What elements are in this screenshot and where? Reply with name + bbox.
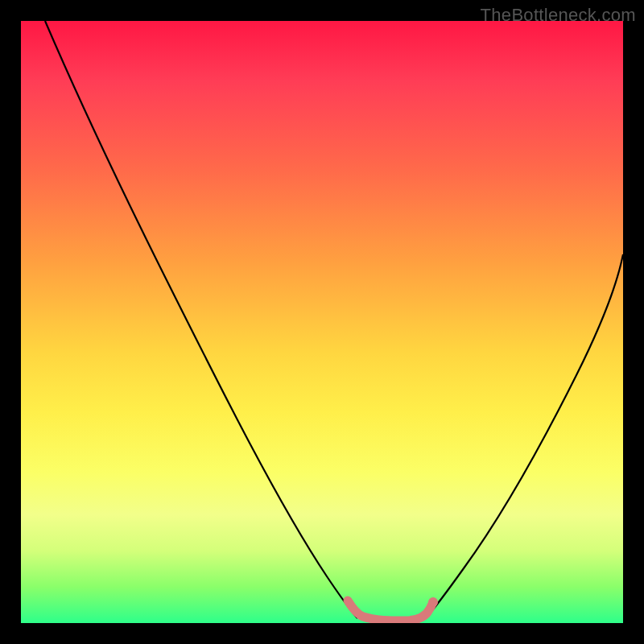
svg-point-0: [428, 597, 438, 607]
chart-curves: [21, 21, 623, 623]
right-curve: [425, 254, 623, 618]
valley-marker: [348, 597, 438, 621]
watermark-text: TheBottleneck.com: [481, 5, 636, 26]
left-curve: [45, 21, 357, 618]
